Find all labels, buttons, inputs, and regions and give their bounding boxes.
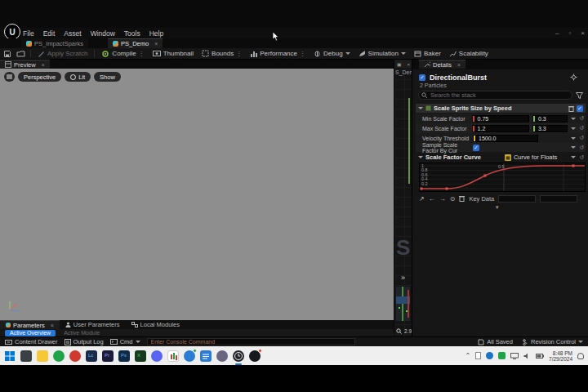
perspective-button[interactable]: Perspective (18, 72, 61, 82)
menu-edit[interactable]: Edit (43, 29, 56, 38)
tab-details[interactable]: Details × (419, 60, 466, 69)
tab-parameters[interactable]: Parameters × (0, 320, 60, 329)
row-caret-icon[interactable] (571, 127, 576, 130)
row-caret-icon[interactable] (571, 137, 576, 140)
min-scale-y-field[interactable]: 0.3 (532, 115, 568, 122)
taskbar-app-creative-3[interactable]: Ps (118, 350, 130, 362)
tray-page-icon[interactable] (475, 352, 481, 359)
curve-graph[interactable]: 1 0.8 0.6 0.4 0.2 0.5 (419, 163, 586, 192)
preview-viewport[interactable]: Perspective Lit Show (0, 69, 394, 320)
delete-key-icon[interactable] (459, 195, 465, 202)
apply-scratch-button[interactable]: Apply Scratch (36, 50, 89, 57)
show-button[interactable]: Show (94, 72, 121, 82)
compile-options-icon[interactable]: ⋮ (139, 51, 145, 57)
compile-button[interactable]: Compile⋮ (100, 50, 145, 58)
active-module-button[interactable]: Active Module (64, 330, 100, 336)
taskbar-app-creative-2[interactable]: Pr (102, 350, 114, 362)
min-scale-x-field[interactable]: 0.75 (472, 115, 529, 122)
row-caret-icon[interactable] (571, 146, 576, 149)
active-overview-button[interactable]: Active Overview (5, 330, 56, 336)
revision-control-button[interactable]: Revision Control (523, 338, 583, 345)
add-key-icon[interactable]: ↗ (419, 195, 425, 203)
save-icon[interactable] (3, 50, 11, 58)
baker-button[interactable]: Baker (412, 50, 443, 57)
tab-ps-impactsparks[interactable]: PS_ImpactSparks (21, 38, 88, 48)
gear-icon[interactable] (570, 74, 577, 81)
tab-user-parameters[interactable]: User Parameters (60, 320, 126, 329)
tab-local-modules[interactable]: Local Modules (126, 320, 185, 329)
expand-caret-icon[interactable] (418, 107, 423, 109)
overview-strip-tab[interactable]: ▣ × (395, 60, 412, 68)
close-tab-icon[interactable]: × (38, 62, 45, 68)
bounds-button[interactable]: Bounds⋮ (200, 50, 243, 57)
module-section-header[interactable]: Scale Sprite Size by Speed ✓ (416, 104, 586, 113)
windows-start-button[interactable] (4, 350, 16, 362)
notification-bell-icon[interactable] (577, 353, 584, 359)
taskbar-app-document[interactable] (200, 350, 212, 362)
menu-file[interactable]: File (23, 29, 34, 38)
reset-icon[interactable]: ↺ (579, 115, 584, 122)
section-expander-icon[interactable]: ▾ (496, 204, 499, 211)
output-log-button[interactable]: Output Log (65, 338, 104, 345)
minimize-icon[interactable]: – (555, 29, 559, 37)
debug-button[interactable]: Debug (312, 50, 352, 57)
taskbar-app-green[interactable] (53, 350, 65, 362)
taskbar-app-clock[interactable] (233, 350, 244, 362)
max-scale-x-field[interactable]: 1.2 (472, 125, 529, 132)
close-tab-icon[interactable]: × (47, 323, 54, 328)
velocity-threshold-field[interactable]: 1500.0 (473, 135, 538, 142)
maximize-icon[interactable]: ▫ (568, 29, 571, 37)
cmd-button[interactable]: Cmd (110, 338, 140, 345)
tab-preview[interactable]: Preview × (0, 60, 50, 69)
close-icon[interactable]: × (581, 29, 585, 37)
key-time-field[interactable] (498, 195, 536, 203)
tray-green-icon[interactable] (498, 352, 506, 359)
tab-ps-demo[interactable]: PS_Demo × (108, 38, 163, 48)
curve-property-header[interactable]: Scale Factor Curve ▦ Curve for Floats ↺ (416, 153, 586, 162)
sample-scale-factor-checkbox[interactable]: ✓ (473, 145, 479, 151)
chevrons-icon[interactable]: » (401, 274, 405, 282)
reset-icon[interactable]: ↺ (579, 154, 584, 161)
performance-button[interactable]: Performance⋮ (248, 50, 307, 57)
taskbar-app-game[interactable] (69, 350, 81, 362)
row-caret-icon[interactable] (571, 118, 576, 120)
search-input[interactable] (418, 91, 572, 100)
reset-icon[interactable]: ↺ (579, 135, 584, 141)
tray-monitor-icon[interactable] (510, 353, 519, 359)
taskbar-app-creative-4[interactable]: X (135, 350, 146, 362)
thumbnail-button[interactable]: Thumbnail (151, 50, 195, 57)
emitter-enabled-checkbox[interactable]: ✓ (419, 74, 425, 81)
system-overview-strip[interactable]: ▣ × S_Dem S » 2.99 (394, 60, 412, 336)
filter-icon[interactable] (576, 92, 583, 99)
scalability-button[interactable]: Scalability (448, 50, 490, 57)
taskbar-clock[interactable]: 8:48 PM 7/29/2024 (549, 350, 572, 362)
row-caret-icon[interactable] (571, 156, 576, 158)
all-saved-indicator[interactable]: All Saved (478, 338, 513, 345)
simulation-button[interactable]: Simulation (357, 50, 408, 57)
browse-icon[interactable] (16, 50, 25, 58)
tray-expand-icon[interactable]: ⌃ (465, 352, 470, 359)
taskbar-app-creative-1[interactable]: Lc (86, 350, 97, 362)
taskbar-app-sphere[interactable] (249, 350, 261, 362)
next-key-icon[interactable]: → (439, 195, 446, 203)
menu-help[interactable]: Help (149, 29, 163, 38)
module-enabled-checkbox[interactable]: ✓ (577, 105, 583, 112)
close-tab-icon[interactable]: × (407, 62, 410, 67)
snap-icon[interactable]: ⊙ (450, 195, 456, 203)
close-tab-icon[interactable]: × (151, 41, 158, 47)
trash-icon[interactable] (568, 105, 574, 112)
taskbar-app-trading[interactable] (167, 350, 179, 362)
overview-scrollbar[interactable] (408, 98, 410, 184)
max-scale-y-field[interactable]: 3.3 (532, 125, 568, 132)
taskbar-app-file-explorer[interactable] (20, 350, 32, 362)
console-command-input[interactable] (147, 338, 355, 345)
taskbar-app-discord[interactable] (151, 350, 163, 362)
taskbar-app-bird[interactable] (184, 350, 195, 362)
taskbar-app-assistant[interactable] (216, 350, 228, 362)
menu-tools[interactable]: Tools (124, 29, 140, 38)
menu-window[interactable]: Window (91, 29, 115, 38)
tray-onedrive-icon[interactable] (486, 352, 493, 359)
expand-caret-icon[interactable] (418, 156, 423, 158)
taskbar-app-folder[interactable] (37, 350, 48, 362)
close-tab-icon[interactable]: × (454, 62, 461, 68)
